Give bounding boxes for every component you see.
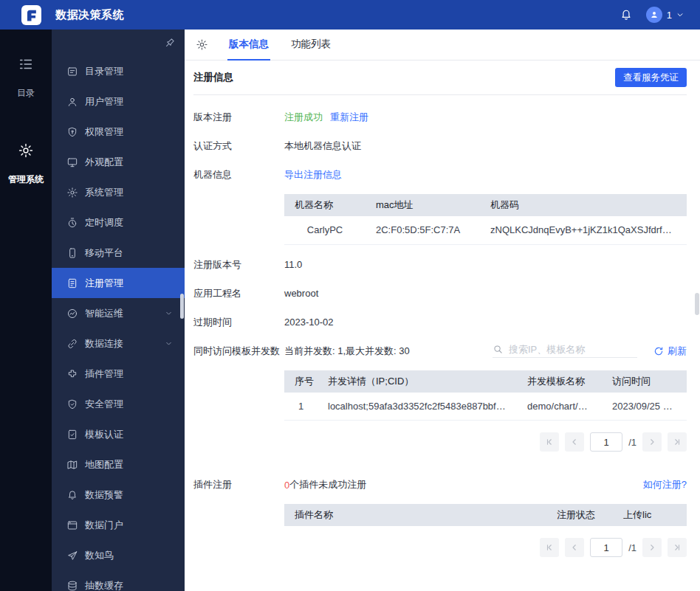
sidebar-item-shuzhiniao[interactable]: 数知鸟: [52, 540, 185, 570]
sidebar-item-plugin-management[interactable]: 插件管理: [52, 359, 185, 389]
pagination-last-icon: [673, 438, 682, 446]
sidebar-item-appearance-config[interactable]: 外观配置: [52, 147, 185, 177]
sidebar-item-security-management[interactable]: 安全管理: [52, 389, 185, 419]
cache-database-icon: [66, 580, 78, 591]
detail-cell: localhost;59afa3d3352fc2f5483e887bbf951e…: [318, 393, 517, 421]
concurrency-summary: 当前并发数: 1,最大并发数: 30: [284, 345, 410, 358]
ops-icon: [66, 308, 78, 319]
rail-item-label: 管理系统: [8, 173, 44, 186]
plugin-fail-count: 0: [284, 480, 289, 491]
field-label: 同时访问模板并发数: [193, 345, 284, 358]
how-to-register-link[interactable]: 如何注册?: [643, 478, 687, 491]
row-machine-info: 机器信息 导出注册信息: [193, 165, 687, 184]
row-register-version: 注册版本号 11.0: [193, 255, 687, 274]
pagination-next-button[interactable]: [642, 538, 662, 557]
sidebar-item-label: 抽数缓存: [85, 579, 123, 591]
sidebar-scrollbar-thumb[interactable]: [180, 294, 184, 319]
sidebar-item-label: 安全管理: [85, 398, 123, 411]
pagination-prev-icon: [570, 543, 579, 552]
row-auth-method: 认证方式 本地机器信息认证: [193, 136, 687, 156]
template-auth-icon: [66, 429, 78, 440]
pagination-last-button[interactable]: [668, 432, 687, 452]
sidebar-item-data-portal[interactable]: 数据门户: [52, 510, 185, 540]
mobile-icon: [66, 247, 78, 259]
pagination-prev-button[interactable]: [565, 538, 584, 557]
map-icon: [66, 459, 78, 471]
permission-icon: [66, 126, 78, 138]
pagination-first-icon: [545, 543, 554, 552]
tab-version-info[interactable]: 版本信息: [227, 30, 270, 61]
pagination-prev-button[interactable]: [565, 432, 584, 452]
portal-icon: [66, 519, 78, 531]
sidebar-item-schedule[interactable]: 定时调度: [52, 207, 185, 238]
sidebar-item-system-management[interactable]: 系统管理: [52, 177, 185, 207]
app-title: 数据决策系统: [55, 8, 124, 22]
pagination-last-icon: [673, 543, 682, 552]
refresh-button[interactable]: 刷新: [653, 345, 687, 358]
sidebar-item-label: 数据预警: [85, 488, 123, 502]
sidebar-item-registration-management[interactable]: 注册管理: [52, 268, 185, 298]
register-version-value: 11.0: [284, 259, 687, 270]
sidebar-item-intelligent-ops[interactable]: 智能运维: [52, 298, 185, 328]
sidebar-item-data-connection[interactable]: 数据连接: [52, 328, 185, 359]
search-input[interactable]: [509, 344, 627, 355]
re-register-link[interactable]: 重新注册: [330, 111, 368, 124]
directory-icon: [66, 66, 78, 77]
avatar: [646, 7, 662, 23]
user-menu[interactable]: 1: [646, 7, 684, 23]
seq-cell: 1: [284, 393, 318, 421]
pin-icon[interactable]: [163, 37, 176, 49]
connection-icon: [66, 338, 78, 350]
sidebar-item-data-alert[interactable]: 数据预警: [52, 480, 185, 510]
user-icon: [66, 96, 78, 108]
sidebar-item-map-config[interactable]: 地图配置: [52, 449, 185, 480]
page-title: 注册信息: [193, 71, 233, 84]
sidebar-item-template-authentication[interactable]: 模板认证: [52, 419, 185, 449]
system-gear-icon: [66, 187, 78, 198]
sidebar-item-label: 定时调度: [85, 216, 123, 229]
sidebar-item-mobile-platform[interactable]: 移动平台: [52, 238, 185, 268]
sidebar-item-user-management[interactable]: 用户管理: [52, 86, 185, 117]
rail-item-management[interactable]: 管理系统: [0, 142, 52, 186]
schedule-icon: [66, 217, 78, 229]
pagination-next-button[interactable]: [642, 432, 662, 452]
main-scrollbar-thumb[interactable]: [695, 293, 699, 315]
plugin-table: 插件名称 注册状态 上传lic: [284, 504, 687, 526]
row-expire-date: 过期时间 2023-10-02: [193, 313, 687, 332]
sidebar-item-label: 插件管理: [85, 367, 123, 381]
column-header: 并发详情（IP;CID）: [318, 370, 517, 393]
page-number-input[interactable]: [590, 538, 622, 557]
sidebar-item-label: 智能运维: [85, 307, 123, 320]
sidebar-item-directory-management[interactable]: 目录管理: [52, 56, 185, 86]
table-row: 1 localhost;59afa3d3352fc2f5483e887bbf95…: [284, 393, 687, 421]
plugin-pagination: /1: [193, 538, 687, 557]
tab-feature-list[interactable]: 功能列表: [289, 30, 332, 61]
pagination-first-button[interactable]: [540, 432, 559, 452]
access-time-cell: 2023/09/25 10:34:...: [602, 393, 687, 421]
sidebar-item-permission-management[interactable]: 权限管理: [52, 117, 185, 147]
sidebar-item-label: 系统管理: [85, 186, 123, 199]
column-header: 插件名称: [284, 504, 546, 526]
page-total: /1: [628, 437, 636, 448]
view-credential-button[interactable]: 查看服务凭证: [615, 68, 687, 87]
concurrency-table: 序号 并发详情（IP;CID） 并发模板名称 访问时间 1 localhost;…: [284, 370, 687, 421]
plugin-icon: [66, 368, 78, 380]
refresh-icon: [653, 346, 664, 356]
pagination-next-icon: [648, 438, 656, 446]
bell-icon[interactable]: [620, 8, 633, 21]
chevron-down-icon: [165, 309, 173, 317]
rail-item-catalog[interactable]: 目录: [0, 56, 52, 100]
app-logo[interactable]: [21, 5, 41, 25]
register-icon: [66, 277, 78, 289]
appearance-icon: [66, 156, 78, 168]
sidebar-item-data-cache[interactable]: 抽数缓存: [52, 570, 185, 591]
tabbar: 版本信息 功能列表: [185, 30, 700, 61]
page-number-input[interactable]: [590, 432, 622, 452]
field-label: 认证方式: [193, 139, 284, 153]
alert-bell-icon: [66, 489, 78, 501]
chevron-down-icon: [676, 11, 684, 18]
pagination-first-button[interactable]: [540, 538, 559, 557]
pagination-last-button[interactable]: [668, 538, 687, 557]
export-register-info-link[interactable]: 导出注册信息: [284, 168, 342, 182]
settings-gear-icon[interactable]: [196, 38, 208, 51]
